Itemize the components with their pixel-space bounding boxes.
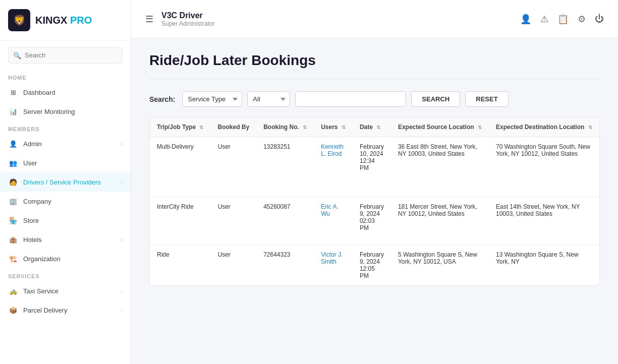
sidebar-item-hotels[interactable]: 🏨 Hotels › [0,230,131,249]
sidebar-item-label: Drivers / Service Providers [23,178,116,186]
sort-arrows-trip: ⇅ [199,125,203,130]
reset-button[interactable]: RESET [465,91,508,107]
cell-service-provider: Service Provider : Auto Assign ( Car Typ… [599,197,600,245]
all-select[interactable]: All Active Inactive [247,91,290,107]
sidebar: 🦁 KINGX PRO 🔍 HOME ⊞ Dashboard 📊 Server … [0,0,131,364]
table-row: InterCity Ride User 45260087 Eric A. Wu … [150,197,600,245]
organization-icon: 🏗️ [8,254,18,264]
sort-arrows-source: ⇅ [478,125,482,130]
power-icon[interactable]: ⏻ [595,14,604,24]
content-area: Ride/Job Later Bookings Search: Service … [131,38,618,364]
sidebar-item-company[interactable]: 🏢 Company [0,192,131,211]
topbar-actions: 👤 ⚠ 📋 ⚙ ⏻ [520,14,604,25]
cell-date: February 9, 2024 02:03 PM [353,197,391,245]
sidebar-item-store[interactable]: 🏪 Store [0,211,131,230]
col-booking-no[interactable]: Booking No. ⇅ [256,117,314,137]
topbar: ☰ V3C Driver Super Administrator 👤 ⚠ 📋 ⚙… [131,0,618,38]
sidebar-item-label: User [23,159,123,167]
table-row: Ride User 72644323 Victor J. Smith Febru… [150,245,600,286]
col-destination[interactable]: Expected Destination Location ⇅ [489,117,599,137]
sidebar-item-taxi-service[interactable]: 🚕 Taxi Service › [0,281,131,300]
section-label-services: SERVICES [0,268,131,281]
chevron-icon: › [121,179,123,185]
hotels-icon: 🏨 [8,234,18,245]
dashboard-icon: ⊞ [8,87,18,97]
chevron-icon: › [121,236,123,242]
parcel-icon: 📦 [8,305,18,315]
chevron-icon: › [121,307,123,313]
alert-icon[interactable]: ⚠ [540,14,548,25]
cell-booked-by: User [210,245,256,286]
sidebar-item-label: Parcel Delivery [23,307,116,314]
cell-booking-no: 13283251 [256,137,314,197]
store-icon: 🏪 [8,215,18,225]
cell-user: Victor J. Smith [314,245,353,286]
sidebar-item-label: Dashboard [23,89,123,96]
cell-booked-by: User [210,197,256,245]
col-source[interactable]: Expected Source Location ⇅ [391,117,489,137]
col-users[interactable]: Users ⇅ [314,117,353,137]
sidebar-item-label: Taxi Service [23,287,116,295]
cell-destination: East 14th Street, New York, NY 10003, Un… [489,197,599,245]
cell-date: February 9, 2024 12:05 PM [353,245,391,286]
search-button[interactable]: SEARCH [411,91,460,107]
search-text-input[interactable] [295,91,406,107]
sidebar-item-server-monitoring[interactable]: 📊 Server Monitoring [0,102,131,121]
sort-arrows-booking: ⇅ [303,125,307,130]
sidebar-item-label: Store [23,217,123,224]
search-bar: Search: Service Type Ride InterCity Ride… [149,91,600,107]
main-area: ☰ V3C Driver Super Administrator 👤 ⚠ 📋 ⚙… [131,0,618,364]
cell-user: Eric A. Wu [314,197,353,245]
user-link[interactable]: Kenneth L. Elrod [321,143,344,157]
drivers-icon: 🧑 [8,177,18,187]
col-trip-job-type[interactable]: Trip/Job Type ⇅ [150,117,210,137]
admin-icon: 👤 [8,139,18,149]
cell-booking-no: 72644323 [256,245,314,286]
notes-icon[interactable]: 📋 [557,14,569,25]
col-service-provider: Service Provider [599,117,600,137]
logo-icon: 🦁 [8,9,30,31]
settings-icon[interactable]: ⚙ [578,14,586,25]
sidebar-item-dashboard[interactable]: ⊞ Dashboard [0,83,131,102]
service-type-select[interactable]: Service Type Ride InterCity Ride Multi-D… [182,91,242,107]
sidebar-item-organization[interactable]: 🏗️ Organization [0,249,131,268]
cell-service-provider: Service Provider : Auto Assign ( Car Typ… [599,137,600,197]
sidebar-item-drivers-service-providers[interactable]: 🧑 Drivers / Service Providers › [0,172,131,192]
search-input[interactable] [8,47,123,64]
cell-booking-no: 45260087 [256,197,314,245]
section-label-members: MEMBERS [0,121,131,134]
cell-source: 36 East 8th Street, New York, NY 10003, … [391,137,489,197]
menu-icon[interactable]: ☰ [145,14,153,25]
col-booked-by[interactable]: Booked By [210,117,256,137]
cell-source: 5 Washington Square S, New York, NY 1001… [391,245,489,286]
sidebar-item-user[interactable]: 👥 User [0,153,131,172]
user-link[interactable]: Victor J. Smith [321,251,343,265]
bookings-table-wrapper: Trip/Job Type ⇅ Booked By Booking No. ⇅ … [149,117,600,286]
topbar-driver-name: V3C Driver [161,11,214,20]
taxi-icon: 🚕 [8,286,18,296]
col-date[interactable]: Date ⇅ [353,117,391,137]
sidebar-item-label: Organization [23,255,123,263]
search-icon: 🔍 [13,51,21,59]
sidebar-item-admin[interactable]: 👤 Admin › [0,134,131,153]
cell-source: 181 Mercer Street, New York, NY 10012, U… [391,197,489,245]
cell-destination: 13 Washington Square S, New York, NY [489,245,599,286]
logo-text: KINGX PRO [35,15,92,26]
user-link[interactable]: Eric A. Wu [321,203,339,217]
sidebar-item-label: Admin [23,140,116,148]
cell-destination: 70 Washington Square South, New York, NY… [489,137,599,197]
topbar-role: Super Administrator [161,20,214,27]
user-profile-icon[interactable]: 👤 [520,14,531,25]
sidebar-logo: 🦁 KINGX PRO [0,0,131,41]
chevron-icon: › [121,141,123,147]
sidebar-item-label: Server Monitoring [23,108,123,115]
company-icon: 🏢 [8,196,18,206]
sidebar-item-parcel-delivery[interactable]: 📦 Parcel Delivery › [0,300,131,320]
sidebar-search-wrapper: 🔍 [0,41,131,70]
table-header-row: Trip/Job Type ⇅ Booked By Booking No. ⇅ … [150,117,600,137]
cell-trip-type: InterCity Ride [150,197,210,245]
cell-service-provider: Jack Provider ( Vehicle Type : [599,245,600,286]
chevron-icon: › [121,288,123,294]
bookings-table: Trip/Job Type ⇅ Booked By Booking No. ⇅ … [150,117,600,285]
user-icon: 👥 [8,158,18,168]
